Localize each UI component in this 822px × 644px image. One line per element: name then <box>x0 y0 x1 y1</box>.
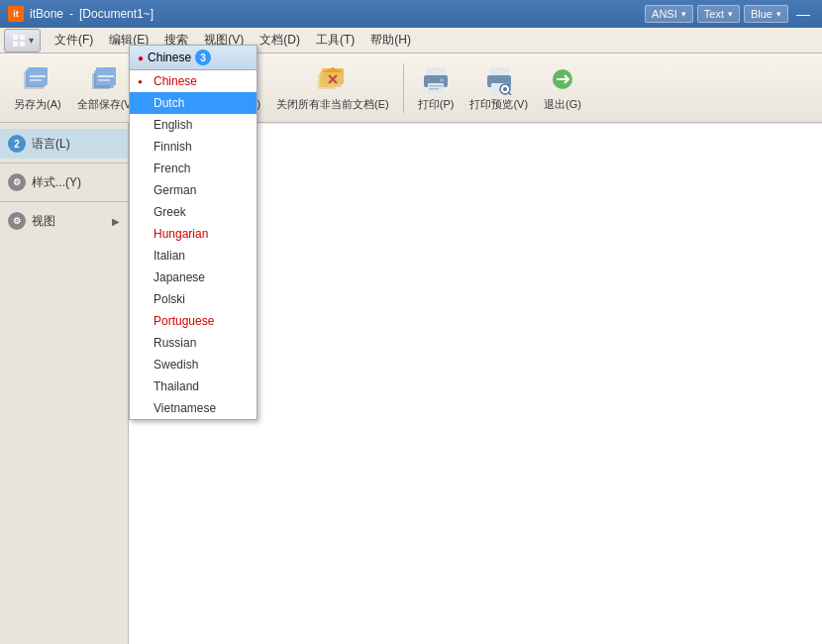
close-others-icon <box>317 63 349 95</box>
lang-item-italian[interactable]: Italian <box>130 245 257 267</box>
lang-item-russian[interactable]: Russian <box>130 332 257 354</box>
menu-bar: ▾ 文件(F) 编辑(E) 搜索 视图(V) 文档(D) 工具(T) 帮助(H) <box>0 28 822 54</box>
close-others-label: 关闭所有非当前文档(E) <box>276 97 389 112</box>
language-badge: 2 <box>8 135 26 153</box>
blue-dropdown[interactable]: Blue <box>744 5 788 23</box>
lang-item-polski[interactable]: Polski <box>130 288 257 310</box>
save-all-label: 全部保存(V) <box>77 97 136 112</box>
print-preview-label: 打印预览(V) <box>469 97 528 112</box>
lang-item-dutch[interactable]: Dutch <box>130 92 257 114</box>
print-button[interactable]: 打印(P) <box>412 59 461 116</box>
view-badge: ⚙ <box>8 212 26 230</box>
exit-label: 退出(G) <box>544 97 581 112</box>
svg-rect-2 <box>13 42 18 47</box>
save-all-icon <box>90 63 122 95</box>
print-label: 打印(P) <box>418 97 455 112</box>
title-right: ANSI Text Blue — <box>645 5 814 23</box>
lang-item-japanese[interactable]: Japanese <box>130 267 257 288</box>
sidebar: 2 语言(L) ⚙ 样式...(Y) ⚙ 视图 ▶ <box>0 123 129 644</box>
svg-rect-0 <box>13 35 18 40</box>
dropdown-header-badge: 3 <box>195 50 211 65</box>
print-preview-button[interactable]: 打印预览(V) <box>463 59 534 116</box>
view-toggle-button[interactable]: ▾ <box>4 29 41 53</box>
toolbar: 另存为(A) 全部保存(V) 关闭(C) <box>0 54 822 123</box>
title-separator: - <box>69 7 73 21</box>
lang-item-french[interactable]: French <box>130 158 257 179</box>
svg-rect-8 <box>30 79 42 81</box>
menu-doc[interactable]: 文档(D) <box>252 29 308 52</box>
language-label: 语言(L) <box>32 136 70 153</box>
print-preview-icon <box>483 63 515 95</box>
lang-item-greek[interactable]: Greek <box>130 201 257 223</box>
save-as-label: 另存为(A) <box>14 97 61 112</box>
language-dropdown-menu: ● Chinese 3 Chinese Dutch English Finnis… <box>129 45 257 420</box>
print-icon <box>420 63 452 95</box>
minimize-button[interactable]: — <box>792 6 814 22</box>
svg-point-32 <box>440 78 444 82</box>
svg-rect-1 <box>20 35 25 40</box>
svg-rect-7 <box>30 75 46 77</box>
app-icon: it <box>8 6 24 22</box>
ansi-dropdown[interactable]: ANSI <box>645 5 693 23</box>
dropdown-header: ● Chinese 3 <box>130 46 257 70</box>
title-left: it itBone - [Document1~] <box>8 6 154 22</box>
svg-point-37 <box>503 87 507 91</box>
svg-rect-31 <box>429 88 439 90</box>
sidebar-item-language[interactable]: 2 语言(L) <box>0 129 128 159</box>
sidebar-item-style[interactable]: ⚙ 样式...(Y) <box>0 167 128 197</box>
lang-item-vietnamese[interactable]: Vietnamese <box>130 397 257 419</box>
lang-item-portuguese[interactable]: Portuguese <box>130 310 257 332</box>
svg-rect-30 <box>429 85 443 87</box>
save-as-button[interactable]: 另存为(A) <box>8 59 67 116</box>
dropdown-header-radio: ● <box>138 53 144 63</box>
grid-icon <box>11 33 27 49</box>
title-bar: it itBone - [Document1~] ANSI Text Blue … <box>0 0 822 28</box>
svg-line-38 <box>508 93 511 96</box>
svg-rect-3 <box>20 42 25 47</box>
lang-item-german[interactable]: German <box>130 179 257 201</box>
lang-item-chinese[interactable]: Chinese <box>130 70 257 92</box>
text-label: Text <box>704 8 724 20</box>
style-badge: ⚙ <box>8 173 26 191</box>
menu-file[interactable]: 文件(F) <box>47 29 101 52</box>
exit-button[interactable]: 退出(G) <box>538 59 587 116</box>
blue-label: Blue <box>751 8 772 20</box>
doc-name: [Document1~] <box>79 7 154 21</box>
sidebar-item-view[interactable]: ⚙ 视图 ▶ <box>0 206 128 236</box>
text-dropdown[interactable]: Text <box>697 5 740 23</box>
lang-item-swedish[interactable]: Swedish <box>130 354 257 376</box>
main-area: 2 语言(L) ⚙ 样式...(Y) ⚙ 视图 ▶ ● Chinese 3 Ch… <box>0 123 822 644</box>
sidebar-divider-2 <box>0 201 128 202</box>
style-label: 样式...(Y) <box>32 174 81 191</box>
menu-help[interactable]: 帮助(H) <box>362 29 419 52</box>
view-arrow-icon: ▶ <box>112 216 120 227</box>
save-as-icon <box>22 63 53 95</box>
lang-item-finnish[interactable]: Finnish <box>130 136 257 158</box>
close-others-button[interactable]: 关闭所有非当前文档(E) <box>270 59 395 116</box>
lang-item-thailand[interactable]: Thailand <box>130 376 257 397</box>
lang-item-english[interactable]: English <box>130 114 257 136</box>
menu-tools[interactable]: 工具(T) <box>308 29 362 52</box>
lang-item-hungarian[interactable]: Hungarian <box>130 223 257 245</box>
app-name: itBone <box>30 7 63 21</box>
toolbar-separator <box>403 63 404 113</box>
view-label: 视图 <box>32 213 55 230</box>
dropdown-header-label: Chinese <box>148 51 191 64</box>
sidebar-divider-1 <box>0 162 128 163</box>
ansi-label: ANSI <box>652 8 677 20</box>
svg-rect-12 <box>98 75 114 77</box>
exit-icon <box>547 63 578 95</box>
svg-rect-13 <box>98 79 110 81</box>
